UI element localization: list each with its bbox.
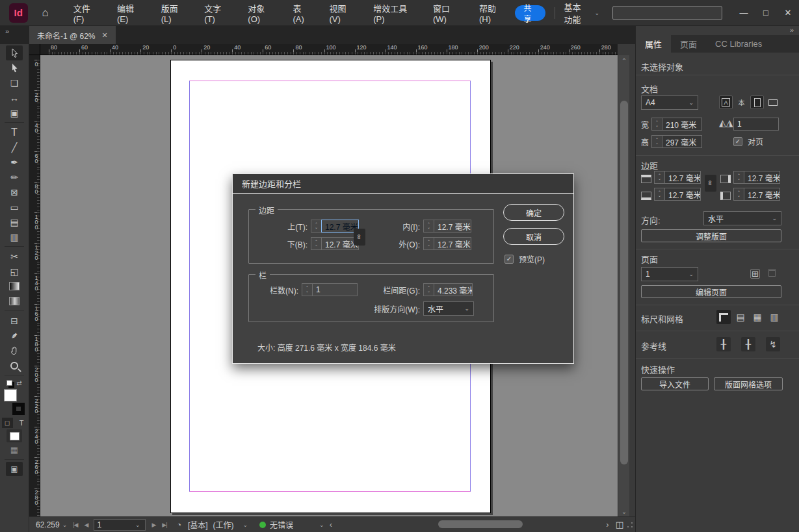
vertical-ruler[interactable]: 020406080100120140160180200220240260280 [29, 55, 40, 516]
top-margin-stepper[interactable]: ⌃⌄ [311, 220, 321, 233]
preview-checkbox[interactable]: ✓ [504, 255, 514, 264]
screen-mode-button[interactable]: ▣ [6, 462, 23, 476]
width-stepper[interactable]: ⌃⌄ [651, 118, 662, 131]
spin-down-icon[interactable]: ⌄ [737, 177, 740, 181]
menu-item[interactable]: 编辑(E) [108, 2, 152, 24]
preflight-preset[interactable]: [基本] [188, 519, 208, 530]
gutter-field[interactable]: 4.233 毫米 [434, 283, 473, 296]
tab-properties[interactable]: 属性 [636, 35, 671, 53]
page-size-select[interactable]: A4 ⌄ [641, 95, 698, 110]
spin-down-icon[interactable]: ⌄ [306, 290, 309, 293]
column-number-stepper[interactable]: ⌃⌄ [302, 283, 312, 296]
last-page-button[interactable]: ▶| [162, 522, 166, 528]
rectangle-tool[interactable]: ▭ [6, 199, 23, 214]
scroll-down-icon[interactable]: ⌄ [618, 506, 630, 516]
direct-selection-tool[interactable] [6, 60, 23, 75]
spin-down-icon[interactable]: ⌄ [658, 194, 661, 197]
home-icon[interactable]: ⌂ [42, 6, 49, 19]
zoom-level-value[interactable]: 62.259 [36, 520, 60, 529]
spread-view-icon[interactable]: ◫ [616, 520, 623, 529]
menu-item[interactable]: 窗口(W) [424, 2, 470, 24]
line-tool[interactable]: ╱ [6, 140, 23, 155]
ruler-origin-corner[interactable] [29, 44, 40, 55]
hand-tool[interactable] [6, 343, 23, 358]
chevron-down-icon[interactable]: ⌄ [319, 522, 324, 528]
note-tool[interactable]: ⊟ [6, 313, 23, 328]
panel-top-margin-field[interactable]: 12.7 毫米 [664, 171, 701, 184]
vertical-scrollbar-thumb[interactable] [620, 101, 628, 464]
stroke-swatch[interactable] [12, 403, 25, 415]
zoom-chevron-icon[interactable]: ⌄ [62, 522, 68, 528]
vertical-scrollbar[interactable]: ⌃ ⌄ [618, 55, 629, 516]
eyedropper-tool[interactable]: ✒ [6, 328, 23, 343]
formatting-affects-container-button[interactable]: □ [2, 418, 13, 428]
zoom-tool[interactable] [6, 358, 23, 373]
text-direction-vertical-button[interactable]: 本 [735, 95, 748, 109]
preflight-state[interactable]: (工作) [213, 519, 234, 530]
fill-swatch-none[interactable] [4, 389, 17, 401]
bottom-margin-stepper[interactable]: ⌃⌄ [311, 237, 321, 250]
no-errors-text[interactable]: 无错误 [270, 519, 293, 530]
inside-margin-field[interactable]: 12.7 毫米 [434, 220, 471, 233]
panel-bottom-margin-field[interactable]: 12.7 毫米 [664, 188, 701, 201]
menu-item[interactable]: 版面(L) [152, 2, 195, 24]
width-field[interactable]: 210 毫米 [662, 118, 702, 131]
landscape-orientation-button[interactable] [766, 95, 779, 109]
panel-expand-icon[interactable]: » [636, 26, 799, 35]
pages-count-field[interactable]: 1 [733, 118, 779, 131]
share-button[interactable]: 共享 [515, 5, 545, 21]
spin-down-icon[interactable]: ⌄ [427, 290, 430, 293]
next-page-button[interactable]: ▶ [151, 522, 155, 528]
menu-item[interactable]: 文件(F) [64, 2, 108, 24]
scroll-up-icon[interactable]: ⌃ [618, 55, 630, 66]
scroll-left-icon[interactable]: ‹ [330, 520, 332, 529]
document-grid-button[interactable]: ▦ [750, 310, 765, 324]
pen-tool[interactable]: ✒ [6, 155, 23, 170]
frame-tool[interactable]: ⊠ [6, 184, 23, 199]
apply-formatting-icon[interactable]: ▦ [6, 442, 23, 457]
spin-down-icon[interactable]: ⌄ [655, 124, 659, 127]
height-field[interactable]: 297 毫米 [662, 135, 702, 148]
indesign-logo[interactable]: Id [9, 3, 28, 23]
layout-grid-button[interactable]: ▥ [767, 310, 781, 324]
import-file-button[interactable]: 导入文件 [641, 377, 709, 390]
close-button[interactable]: ✕ [777, 1, 799, 25]
spin-down-icon[interactable]: ⌄ [655, 142, 659, 145]
resize-grip[interactable] [627, 522, 633, 527]
gradient-feather-tool[interactable] [6, 294, 23, 309]
horizontal-ruler[interactable]: 8060402002040608010012014016018020022024… [40, 44, 618, 55]
menu-item[interactable]: 帮助(H) [470, 2, 514, 24]
panel-inside-margin-stepper[interactable]: ⌃⌄ [733, 171, 744, 184]
spin-down-icon[interactable]: ⌄ [427, 244, 430, 247]
show-rulers-button[interactable] [716, 310, 731, 324]
spin-down-icon[interactable]: ⌄ [427, 226, 430, 229]
gutter-stepper[interactable]: ⌃⌄ [423, 283, 434, 296]
edit-page-button[interactable]: 编辑页面 [641, 285, 781, 298]
selection-tool[interactable] [6, 45, 23, 60]
gradient-tool[interactable] [6, 279, 23, 294]
document-tab[interactable]: 未命名-1 @ 62% ✕ [29, 26, 116, 44]
panel-bottom-margin-stepper[interactable]: ⌃⌄ [654, 188, 664, 201]
minimize-button[interactable]: — [733, 1, 755, 25]
layout-grid-options-button[interactable]: 版面网格选项 [714, 377, 783, 390]
spin-down-icon[interactable]: ⌄ [315, 244, 318, 247]
panel-inside-margin-field[interactable]: 12.7 毫米 [744, 171, 780, 184]
free-transform-tool[interactable]: ◱ [6, 264, 23, 279]
page-select[interactable]: 1 ⌄ [641, 267, 698, 281]
gap-tool[interactable]: ↔ [6, 90, 23, 105]
add-page-button[interactable]: ⊞ [750, 269, 760, 279]
swap-fill-stroke-icon[interactable]: ⇄ [16, 379, 21, 386]
page-number-select[interactable]: 1 ⌄ [94, 519, 146, 531]
baseline-grid-button[interactable]: ▤ [733, 310, 748, 324]
menu-item[interactable]: 文字(T) [195, 2, 239, 24]
horizontal-scrollbar-thumb[interactable] [438, 520, 523, 528]
link-margins-button[interactable]: ∞ [354, 229, 365, 246]
delete-page-button[interactable] [768, 269, 776, 277]
horizontal-grid-tool[interactable]: ▤ [6, 214, 23, 229]
text-direction-horizontal-button[interactable]: A [719, 95, 733, 109]
tab-pages[interactable]: 页面 [671, 35, 706, 53]
portrait-orientation-button[interactable] [750, 95, 764, 109]
menu-item[interactable]: 视图(V) [320, 2, 364, 24]
default-fill-stroke-icon[interactable] [7, 380, 12, 386]
smart-guides-button[interactable]: ↯ [766, 337, 780, 351]
